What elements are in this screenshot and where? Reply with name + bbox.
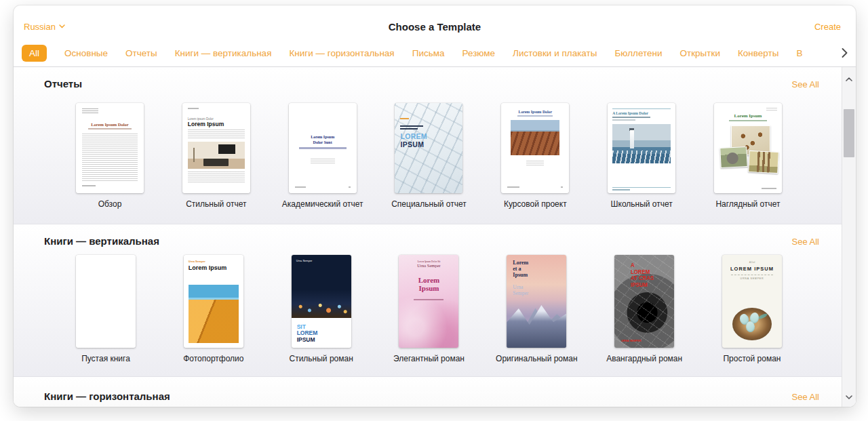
template-label: Стильный роман bbox=[290, 354, 353, 363]
template-avant-garde-novel[interactable]: A LOREM AT CRAS IPSUM URNA SEMPER Аванга… bbox=[614, 255, 674, 363]
section-title: Книги — горизонтальная bbox=[44, 390, 170, 402]
thumb-word: IPSUM bbox=[400, 140, 427, 148]
template-thumbnail: LOREM IPSUM bbox=[395, 103, 462, 193]
tab-flyers-posters[interactable]: Листовки и плакаты bbox=[513, 48, 597, 58]
meerkats-photo bbox=[748, 151, 779, 174]
lighthouse-photo bbox=[612, 124, 671, 163]
tab-reports[interactable]: Отчеты bbox=[125, 48, 157, 58]
section-reports: Отчеты See All Lorem Ipsum Dolor Обзор bbox=[14, 67, 856, 224]
chevron-right-icon bbox=[842, 48, 848, 58]
template-photo-portfolio[interactable]: Urna Semper Lorem Ipsum Фотопортфолио bbox=[184, 255, 243, 363]
template-visual-report[interactable]: Lorem Ipsum Наглядный отчет bbox=[714, 103, 782, 209]
chevron-up-icon bbox=[846, 77, 852, 81]
template-special-report[interactable]: LOREM IPSUM Специальный отчет bbox=[395, 103, 462, 209]
see-all-link[interactable]: See All bbox=[792, 392, 819, 402]
thumb-title: Lorem Ipsum bbox=[189, 264, 239, 271]
tab-letters[interactable]: Письма bbox=[412, 48, 445, 58]
text-line bbox=[400, 118, 409, 119]
page-title: Choose a Template bbox=[14, 21, 856, 33]
tab-envelopes[interactable]: Конверты bbox=[738, 48, 778, 58]
see-all-link[interactable]: See All bbox=[792, 79, 819, 89]
template-label: Простой роман bbox=[723, 354, 781, 363]
text-line bbox=[400, 128, 418, 129]
thumb-word: IPSUM bbox=[297, 337, 318, 344]
template-label: Оригинальный роман bbox=[496, 354, 578, 363]
tab-truncated[interactable]: В bbox=[796, 48, 802, 58]
template-chooser-window: Russian Choose a Template Create All Осн… bbox=[14, 5, 856, 407]
thumb-title: Lorem et a Ipsum bbox=[513, 260, 528, 279]
template-thumbnail: Lorem Ipsum Dolor Sunt bbox=[289, 103, 357, 193]
template-elegant-novel[interactable]: Lorem Ipsum Dolor Sit Urna Semper Lorem … bbox=[399, 255, 458, 363]
tab-books-landscape[interactable]: Книги — горизонтальная bbox=[289, 48, 394, 58]
template-school-report[interactable]: A Lorem Ipsum Dolor Школьный отчет bbox=[608, 103, 675, 209]
template-thumbnail: A Lorem Ipsum Dolor bbox=[608, 103, 675, 193]
thumb-word: LOREM bbox=[400, 132, 427, 140]
chevron-down-icon bbox=[846, 395, 852, 399]
tab-newsletters[interactable]: Бюллетени bbox=[614, 48, 662, 58]
thumb-title: Lorem Ipsum bbox=[401, 276, 456, 292]
tab-books-portrait[interactable]: Книги — вертикальная bbox=[175, 48, 272, 58]
chevron-down-icon bbox=[59, 24, 65, 28]
template-simple-novel[interactable]: A Dol LOREM IPSUM URNA SEMPER Простой ро… bbox=[722, 255, 782, 363]
text-lines bbox=[766, 108, 777, 112]
template-blank-book[interactable]: Пустая книга bbox=[76, 255, 136, 363]
thumb-title: A LOREM AT CRAS IPSUM bbox=[631, 262, 654, 288]
elephant-photo bbox=[719, 146, 748, 168]
language-label: Russian bbox=[24, 22, 56, 32]
template-thumbnail: Lorem et a Ipsum Urna Semper bbox=[507, 255, 566, 348]
template-thumbnail: Lorem Ipsum Dolor bbox=[501, 103, 569, 193]
template-academic-report[interactable]: Lorem Ipsum Dolor Sunt Академический отч… bbox=[289, 103, 357, 209]
text-line bbox=[507, 186, 519, 188]
page-number bbox=[561, 186, 563, 188]
tab-resumes[interactable]: Резюме bbox=[462, 48, 496, 58]
language-dropdown[interactable]: Russian bbox=[24, 22, 65, 32]
template-original-novel[interactable]: Lorem et a Ipsum Urna Semper Оригинальны… bbox=[507, 255, 566, 363]
text-line bbox=[414, 299, 443, 300]
text-line bbox=[729, 120, 767, 121]
thumb-title: Lorem Ipsum Dolor bbox=[507, 110, 564, 114]
template-label: Обзор bbox=[98, 199, 122, 209]
template-thumbnail: Lorem Ipsum bbox=[714, 103, 782, 193]
vertical-scrollbar[interactable] bbox=[842, 67, 856, 407]
text-lines bbox=[188, 172, 245, 184]
template-thumbnail: Lorem ipsum Dolor Lorem Ipsum bbox=[182, 103, 250, 193]
template-scroll-area: Отчеты See All Lorem Ipsum Dolor Обзор bbox=[14, 66, 856, 407]
text-lines bbox=[188, 129, 245, 140]
living-room-photo bbox=[188, 142, 245, 169]
section-title: Книги — вертикальная bbox=[44, 235, 159, 247]
section-title: Отчеты bbox=[44, 78, 82, 89]
template-label: Стильный отчет bbox=[186, 199, 246, 209]
text-lines bbox=[526, 161, 544, 165]
template-thumbnail: Lorem Ipsum Dolor bbox=[76, 103, 144, 193]
divider bbox=[731, 275, 773, 275]
text-line bbox=[188, 108, 199, 109]
thumb-author: Urna Semper bbox=[401, 263, 456, 268]
template-thumbnail: Urna Semper SIT LOREM IPSUM bbox=[292, 255, 351, 348]
see-all-link[interactable]: See All bbox=[792, 237, 819, 247]
scroll-down-button[interactable] bbox=[846, 390, 852, 402]
divider bbox=[612, 108, 671, 109]
night-city-photo bbox=[292, 255, 351, 318]
section-books-portrait: Книги — вертикальная See All Пустая книг… bbox=[14, 224, 856, 377]
template-label: Курсовой проект bbox=[504, 199, 567, 209]
scrollbar-thumb[interactable] bbox=[844, 109, 854, 157]
template-label: Академический отчет bbox=[282, 199, 363, 209]
tab-cards[interactable]: Открытки bbox=[680, 48, 720, 58]
template-row: Пустая книга Urna Semper Lorem Ipsum Фот… bbox=[76, 255, 782, 363]
create-button[interactable]: Create bbox=[814, 22, 841, 32]
text-line bbox=[612, 119, 635, 121]
section-books-landscape: Книги — горизонтальная See All bbox=[14, 377, 856, 407]
template-label: Пустая книга bbox=[81, 354, 130, 363]
template-thumbnail: Urna Semper Lorem Ipsum bbox=[184, 255, 243, 348]
template-overview[interactable]: Lorem Ipsum Dolor Обзор bbox=[76, 103, 144, 209]
tab-all[interactable]: All bbox=[22, 45, 47, 62]
template-label: Элегантный роман bbox=[393, 354, 465, 363]
tab-basic[interactable]: Основные bbox=[64, 48, 108, 58]
template-thumbnail: A LOREM AT CRAS IPSUM URNA SEMPER bbox=[614, 255, 674, 348]
template-term-paper[interactable]: Lorem Ipsum Dolor Курсовой проект bbox=[501, 103, 569, 209]
template-stylish-report[interactable]: Lorem ipsum Dolor Lorem Ipsum Стильный о… bbox=[182, 103, 250, 209]
template-stylish-novel[interactable]: Urna Semper SIT LOREM IPSUM Стильный ром… bbox=[292, 255, 351, 363]
tabs-scroll-right-button[interactable] bbox=[842, 48, 848, 58]
text-lines bbox=[311, 159, 335, 165]
scroll-up-button[interactable] bbox=[846, 72, 852, 84]
